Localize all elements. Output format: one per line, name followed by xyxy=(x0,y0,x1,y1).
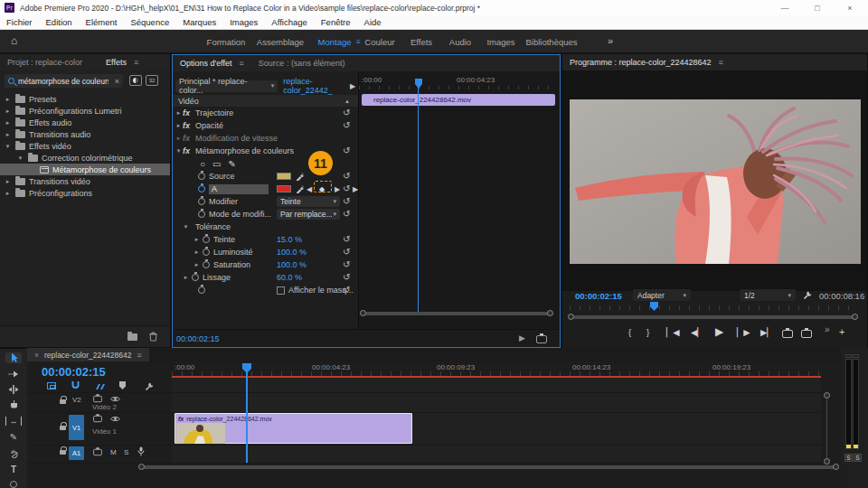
stopwatch-icon[interactable] xyxy=(203,236,210,243)
play-around-icon[interactable]: ▶ xyxy=(519,333,525,343)
expander-icon[interactable]: ▸ xyxy=(4,108,12,115)
export-frame-icon[interactable] xyxy=(536,335,547,343)
play-button[interactable]: ▶ xyxy=(715,325,723,338)
expander-icon[interactable]: ▸ xyxy=(175,109,183,117)
tree-item-presets[interactable]: ▸ Presets xyxy=(0,93,170,105)
eyedropper-icon[interactable] xyxy=(296,172,305,181)
lane-scroll-knob-right[interactable] xyxy=(547,310,553,316)
expander-icon[interactable]: ▾ xyxy=(4,143,12,150)
step-forward-button[interactable]: ▏▶ xyxy=(737,327,750,337)
close-button[interactable]: × xyxy=(836,4,863,13)
master-clip-dropdown[interactable]: Principal * replace-color... ▾ xyxy=(175,80,278,92)
expander-icon[interactable]: ▾ xyxy=(16,155,24,162)
stopwatch-icon[interactable] xyxy=(203,249,210,256)
video-section-header[interactable]: Vidéo ▲ xyxy=(173,95,358,107)
mark-in-button[interactable]: { xyxy=(628,327,631,337)
stopwatch-icon-active[interactable] xyxy=(198,185,205,192)
meter-solo-right[interactable]: S xyxy=(854,454,862,462)
stopwatch-icon[interactable] xyxy=(203,261,210,268)
tab-montage[interactable]: Montage xyxy=(318,37,352,47)
tolerance-header[interactable]: ▾ Tolérance xyxy=(173,221,358,233)
panel-menu-icon[interactable]: ≡ xyxy=(134,58,138,67)
linked-selection-icon[interactable] xyxy=(94,382,106,390)
ellipse-mask-icon[interactable]: ○ xyxy=(200,159,205,169)
lane-ruler-ticks[interactable] xyxy=(359,86,556,89)
tree-item-transitions-audio[interactable]: ▸ Transitions audio xyxy=(0,128,170,140)
track-output-eye-icon-v2[interactable] xyxy=(110,396,120,402)
solo-button[interactable]: S xyxy=(124,448,128,456)
selection-tool[interactable] xyxy=(5,352,22,363)
tree-item-metamorphose-selected[interactable]: Métamorphose de couleurs xyxy=(0,164,170,175)
lane-playhead-line[interactable] xyxy=(418,88,419,312)
new-bin-icon[interactable] xyxy=(127,333,137,341)
tree-item-preconfigurations[interactable]: ▸ Préconfigurations xyxy=(0,187,170,199)
expander-icon[interactable]: ▸ xyxy=(4,190,12,197)
expander-icon[interactable]: ▸ xyxy=(175,122,183,129)
clear-search-icon[interactable]: × xyxy=(115,77,119,86)
expander-icon[interactable]: ▸ xyxy=(4,131,12,138)
mark-out-button[interactable]: } xyxy=(646,327,649,337)
source-color-swatch[interactable] xyxy=(277,173,291,180)
go-to-out-button[interactable]: ▶▏ xyxy=(760,327,774,337)
tab-bibliotheques[interactable]: Bibliothèques xyxy=(525,37,577,47)
tol-luminosite-value[interactable]: 100.0 % xyxy=(277,248,307,257)
sync-lock-icon-a1[interactable] xyxy=(93,449,102,455)
tree-item-effets-video[interactable]: ▾ Effets vidéo xyxy=(0,140,170,152)
reset-icon[interactable]: ↺ xyxy=(343,146,350,155)
tol-saturation-value[interactable]: 100.0 % xyxy=(277,260,307,269)
workspace-menu-icon[interactable]: ≡ xyxy=(356,38,361,46)
hand-tool[interactable] xyxy=(5,448,22,458)
track-output-eye-icon-v1[interactable] xyxy=(110,416,120,422)
voiceover-mic-icon[interactable] xyxy=(137,446,145,456)
timeline-timecode[interactable]: 00:00:02:15 xyxy=(42,365,106,379)
eyedropper-icon[interactable] xyxy=(296,184,305,193)
sequence-tab[interactable]: × replace-color_224428642 ≡ xyxy=(27,348,149,361)
timeline-h-scrollbar[interactable] xyxy=(143,465,835,469)
effects-search[interactable]: × xyxy=(5,74,123,88)
settings-wrench-icon[interactable] xyxy=(803,290,813,300)
reset-icon[interactable]: ↺ xyxy=(343,121,350,130)
tab-formation[interactable]: Formation xyxy=(207,37,246,47)
step-back-button[interactable]: ◀▏ xyxy=(691,327,704,337)
program-scrollbar[interactable] xyxy=(573,315,855,319)
tab-images[interactable]: Images xyxy=(486,37,514,47)
minimize-button[interactable]: — xyxy=(771,4,798,13)
menu-affichage[interactable]: Affichage xyxy=(271,17,307,27)
tab-effets[interactable]: Effets xyxy=(410,37,432,47)
home-icon[interactable]: ⌂ xyxy=(11,34,17,47)
trash-icon[interactable] xyxy=(149,332,157,342)
modifier-dropdown[interactable]: Teinte ▾ xyxy=(277,196,340,207)
expander-icon[interactable]: ▾ xyxy=(182,223,190,230)
timeline-extra-tool-icon[interactable] xyxy=(5,481,22,488)
expander-icon[interactable]: ▾ xyxy=(175,147,183,155)
meter-solo-left[interactable]: S xyxy=(844,454,853,462)
stopwatch-icon[interactable] xyxy=(192,274,199,281)
track-select-tool[interactable] xyxy=(5,370,22,379)
show-mask-checkbox[interactable] xyxy=(277,286,285,295)
add-marker-icon[interactable] xyxy=(119,381,126,389)
go-to-in-button[interactable]: ▏◀ xyxy=(666,327,680,337)
lock-icon-v2[interactable] xyxy=(60,399,66,404)
mute-button[interactable]: M xyxy=(110,448,117,456)
reset-icon[interactable]: ↺ xyxy=(343,184,350,193)
tree-item-transitions-video[interactable]: ▸ Transitions vidéo xyxy=(0,175,170,187)
timeline-vscroll-knob-top[interactable] xyxy=(824,392,830,399)
tab-source[interactable]: Source : (sans élément) xyxy=(259,59,345,68)
tab-program[interactable]: Programme : replace-color_224428642 xyxy=(570,58,712,67)
nest-toggle-icon[interactable] xyxy=(47,382,56,389)
menu-sequence[interactable]: Séquence xyxy=(130,17,169,27)
reset-icon[interactable]: ↺ xyxy=(343,273,350,282)
previous-keyframe-icon[interactable]: ◀ xyxy=(307,185,312,193)
menu-fichier[interactable]: Fichier xyxy=(6,17,33,27)
effect-row-trajectoire[interactable]: ▸ fx Trajectoire ↺ xyxy=(173,107,358,119)
tree-item-correction-colorimetrique[interactable]: ▾ Correction colorimétrique xyxy=(0,152,170,164)
panel-menu-icon[interactable]: ≡ xyxy=(240,59,244,68)
a-param-label[interactable]: A xyxy=(209,184,269,194)
timeline-scroll-knob-left[interactable] xyxy=(138,464,145,470)
tab-audio[interactable]: Audio xyxy=(449,37,471,47)
stopwatch-icon[interactable] xyxy=(198,211,205,218)
menu-aide[interactable]: Aide xyxy=(364,17,382,27)
timeline-v-scrollbar[interactable] xyxy=(826,398,827,461)
snap-magnet-icon[interactable] xyxy=(71,380,80,391)
stopwatch-icon[interactable] xyxy=(198,286,205,294)
